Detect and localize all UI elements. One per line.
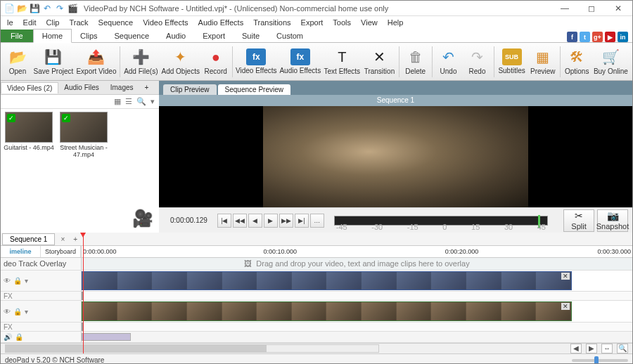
storyboard-mode-tab[interactable]: Storyboard — [41, 246, 81, 257]
track-lock-icon[interactable]: 🔒 — [13, 277, 22, 285]
timeline-ruler[interactable]: 0:00:00.000 0:00:10.000 0:00:20.000 0:00… — [82, 246, 632, 257]
menu-edit[interactable]: Edit — [18, 18, 41, 27]
bin-tab-video-files[interactable]: Video Files (2) — [1, 82, 58, 93]
clip-transition-icon[interactable]: ✕ — [561, 303, 570, 310]
minimize-button[interactable]: — — [556, 3, 573, 14]
add-files-button[interactable]: ➕Add File(s) — [122, 44, 160, 79]
clip-transition-icon[interactable]: ✕ — [561, 273, 570, 280]
preview-button[interactable]: ▦Preview — [528, 44, 558, 79]
track-visible-icon[interactable]: 👁 — [4, 308, 11, 316]
ribbon-tab-suite[interactable]: Suite — [234, 30, 268, 42]
undo-qat-icon[interactable]: ↶ — [41, 3, 53, 14]
transport-btn-0[interactable]: |◀ — [217, 214, 231, 228]
audio-track-header[interactable]: 🔊 🔒 — [1, 332, 82, 342]
fx-strip-2[interactable] — [82, 323, 632, 331]
ribbon-tab-audio[interactable]: Audio — [158, 30, 194, 42]
bin-tab-audio-files[interactable]: Audio Files — [58, 82, 104, 93]
preview-tab-clip-preview[interactable]: Clip Preview — [163, 84, 217, 95]
timeline-zoom-out[interactable]: 🔍 — [617, 344, 628, 353]
track-lock-icon[interactable]: 🔒 — [13, 308, 22, 316]
menu-export[interactable]: Export — [296, 18, 328, 27]
transport-btn-4[interactable]: ▶▶ — [279, 214, 293, 228]
subtitles-button[interactable]: SUBSubtitles — [496, 44, 527, 79]
track-visible-icon[interactable]: 👁 — [4, 277, 11, 285]
menu-help[interactable]: Help — [383, 18, 409, 27]
playhead[interactable] — [83, 233, 84, 353]
menu-transitions[interactable]: Transitions — [248, 18, 295, 27]
export-video-button[interactable]: 📤Export Video — [75, 44, 117, 79]
ribbon-tab-clips[interactable]: Clips — [72, 30, 106, 42]
redo-qat-icon[interactable]: ↷ — [54, 3, 65, 14]
open-icon[interactable]: 📂 — [16, 3, 27, 14]
new-file-icon[interactable]: 📄 — [4, 3, 15, 14]
sequence-tab[interactable]: Sequence 1 — [2, 233, 55, 245]
transport-btn-6[interactable]: … — [310, 214, 324, 228]
bin-clip[interactable]: Street Musician - 47.mp4 — [58, 112, 109, 158]
menu-sequence[interactable]: Sequence — [94, 18, 139, 27]
preview-tab-sequence-preview[interactable]: Sequence Preview — [218, 84, 290, 95]
close-button[interactable]: ✕ — [610, 3, 627, 14]
video-effects-button[interactable]: fxVideo Effects — [235, 44, 278, 79]
timeline-clip-video2[interactable]: ✕ — [82, 301, 572, 321]
redo-button[interactable]: ↷Redo — [463, 44, 492, 79]
ribbon-tab-file[interactable]: File — [1, 30, 33, 42]
timeline-hscroll[interactable] — [5, 344, 379, 353]
sequence-close-button[interactable]: × — [56, 234, 69, 245]
track-solo-icon[interactable]: 🔒 — [15, 333, 23, 341]
menu-le[interactable]: le — [2, 18, 18, 27]
google-icon[interactable]: g+ — [592, 32, 603, 42]
menu-view[interactable]: View — [356, 18, 383, 27]
bin-search-icon[interactable]: 🔍 — [136, 97, 146, 106]
save-icon[interactable]: 💾 — [29, 3, 40, 14]
audio-clip[interactable] — [82, 333, 131, 340]
transport-btn-3[interactable]: ▶ — [264, 214, 278, 228]
menu-tools[interactable]: Tools — [328, 18, 356, 27]
bin-tab-add[interactable]: + — [139, 82, 155, 93]
timeline-scroll-right[interactable]: ▶ — [586, 344, 597, 353]
transport-btn-5[interactable]: ▶| — [295, 214, 309, 228]
video-track-2-fx[interactable]: FX — [1, 323, 82, 331]
delete-button[interactable]: 🗑Delete — [402, 44, 430, 79]
bin-view-thumbs-icon[interactable]: ▦ — [114, 97, 121, 106]
transport-btn-1[interactable]: ◀◀ — [233, 214, 247, 228]
audio-effects-button[interactable]: fxAudio Effects — [279, 44, 322, 79]
text-effects-button[interactable]: TText Effects — [323, 44, 362, 79]
menu-audio-effects[interactable]: Audio Effects — [193, 18, 249, 27]
transport-btn-2[interactable]: ◀ — [248, 214, 262, 228]
track-mute-icon[interactable]: 🔊 — [4, 333, 12, 341]
video-track-2-header[interactable]: 👁 🔒 ▾ — [1, 301, 82, 322]
track-more-icon[interactable]: ▾ — [25, 308, 28, 316]
track-more-icon[interactable]: ▾ — [25, 277, 28, 285]
timeline-clip-video1[interactable]: ✕ — [82, 271, 572, 291]
ribbon-tab-custom[interactable]: Custom — [268, 30, 312, 42]
bin-menu-icon[interactable]: ▾ — [151, 97, 155, 106]
undo-button[interactable]: ↶Undo — [435, 44, 463, 79]
split-button[interactable]: ✂Split — [563, 209, 594, 232]
save-project-button[interactable]: 💾Save Project — [32, 44, 75, 79]
zoom-slider[interactable] — [572, 359, 628, 362]
menu-video-effects[interactable]: Video Effects — [138, 18, 193, 27]
ribbon-tab-export[interactable]: Export — [194, 30, 234, 42]
fx-strip-1[interactable] — [82, 292, 632, 300]
open-button[interactable]: 📂Open — [4, 44, 32, 79]
bin-view-list-icon[interactable]: ☰ — [125, 97, 132, 106]
buy-online-button[interactable]: 🛒Buy Online — [592, 44, 629, 79]
timeline-scroll-left[interactable]: ◀ — [570, 344, 582, 353]
bin-clip[interactable]: Guitarist - 46.mp4 — [4, 112, 54, 151]
youtube-icon[interactable]: ▶ — [605, 32, 615, 42]
timeline-mode-tab[interactable]: imeline — [1, 246, 41, 257]
twitter-icon[interactable]: t — [580, 32, 590, 42]
maximize-button[interactable]: ◻ — [583, 3, 600, 14]
facebook-icon[interactable]: f — [567, 32, 577, 42]
ribbon-tab-home[interactable]: Home — [33, 29, 72, 43]
transition-button[interactable]: ✕Transition — [362, 44, 397, 79]
bin-tab-images[interactable]: Images — [105, 82, 139, 93]
linkedin-icon[interactable]: in — [618, 32, 628, 42]
video-track-1-fx[interactable]: FX — [1, 292, 82, 300]
record-button[interactable]: ●Record — [202, 44, 230, 79]
snapshot-button[interactable]: 📷Snapshot — [597, 209, 628, 232]
menu-track[interactable]: Track — [64, 18, 93, 27]
options-button[interactable]: 🛠Options — [563, 44, 592, 79]
preview-scrubber[interactable]: -45-30-150153045 — [334, 216, 548, 226]
add-objects-button[interactable]: ✦Add Objects — [160, 44, 201, 79]
